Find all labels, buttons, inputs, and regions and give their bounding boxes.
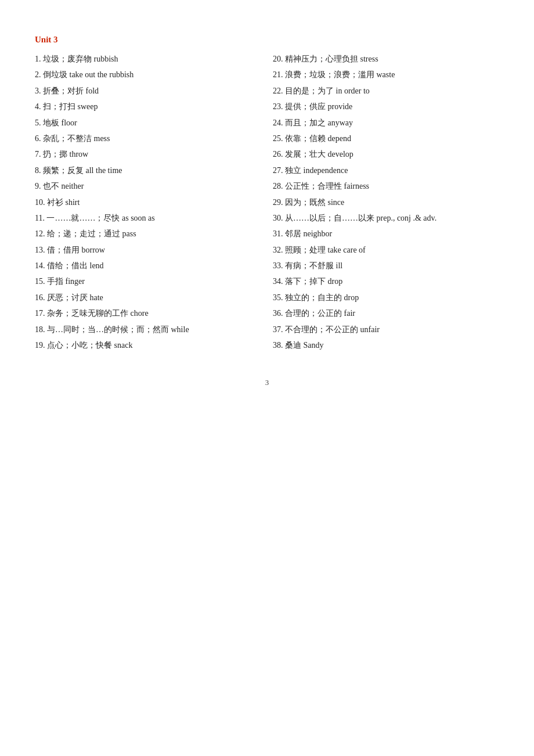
list-item: 28. 公正性；合理性 fairness	[273, 180, 499, 193]
list-item: 11. 一……就……；尽快 as soon as	[35, 212, 261, 225]
list-item: 13. 借；借用 borrow	[35, 244, 261, 257]
list-item: 26. 发展；壮大 develop	[273, 148, 499, 161]
list-item: 19. 点心；小吃；快餐 snack	[35, 339, 261, 352]
list-item: 17. 杂务；乏味无聊的工作 chore	[35, 307, 261, 320]
list-item: 6. 杂乱；不整洁 mess	[35, 132, 261, 145]
list-item: 16. 厌恶；讨厌 hate	[35, 291, 261, 304]
list-item: 37. 不合理的；不公正的 unfair	[273, 323, 499, 336]
list-item: 27. 独立 independence	[273, 164, 499, 177]
list-item: 32. 照顾；处理 take care of	[273, 244, 499, 257]
list-item: 24. 而且；加之 anyway	[273, 117, 499, 129]
list-item: 25. 依靠；信赖 depend	[273, 132, 499, 145]
right-column: 20. 精神压力；心理负担 stress21. 浪费；垃圾；浪费；滥用 wast…	[273, 53, 499, 355]
list-item: 33. 有病；不舒服 ill	[273, 260, 499, 272]
list-item: 22. 目的是；为了 in order to	[273, 85, 499, 98]
list-item: 12. 给；递；走过；通过 pass	[35, 228, 261, 240]
list-item: 4. 扫；打扫 sweep	[35, 100, 261, 113]
list-item: 3. 折叠；对折 fold	[35, 85, 261, 98]
list-item: 36. 合理的；公正的 fair	[273, 307, 499, 320]
list-item: 15. 手指 finger	[35, 275, 261, 288]
list-item: 1. 垃圾；废弃物 rubbish	[35, 53, 261, 66]
left-column: 1. 垃圾；废弃物 rubbish2. 倒垃圾 take out the rub…	[35, 53, 273, 355]
list-item: 7. 扔；掷 throw	[35, 148, 261, 161]
list-item: 34. 落下；掉下 drop	[273, 275, 499, 288]
list-item: 31. 邻居 neighbor	[273, 228, 499, 240]
list-item: 8. 频繁；反复 all the time	[35, 164, 261, 177]
list-item: 10. 衬衫 shirt	[35, 196, 261, 209]
list-item: 29. 因为；既然 since	[273, 196, 499, 209]
list-item: 5. 地板 floor	[35, 117, 261, 129]
list-item: 2. 倒垃圾 take out the rubbish	[35, 69, 261, 81]
list-item: 30. 从……以后；自……以来 prep., conj .& adv.	[273, 212, 499, 225]
page-number: 3	[35, 378, 499, 387]
unit-title: Unit 3	[35, 35, 499, 45]
list-item: 14. 借给；借出 lend	[35, 260, 261, 272]
list-item: 18. 与…同时；当…的时候；而；然而 while	[35, 323, 261, 336]
list-item: 23. 提供；供应 provide	[273, 100, 499, 113]
list-item: 35. 独立的；自主的 drop	[273, 291, 499, 304]
list-item: 20. 精神压力；心理负担 stress	[273, 53, 499, 66]
list-item: 21. 浪费；垃圾；浪费；滥用 waste	[273, 69, 499, 81]
list-item: 38. 桑迪 Sandy	[273, 339, 499, 352]
list-item: 9. 也不 neither	[35, 180, 261, 193]
